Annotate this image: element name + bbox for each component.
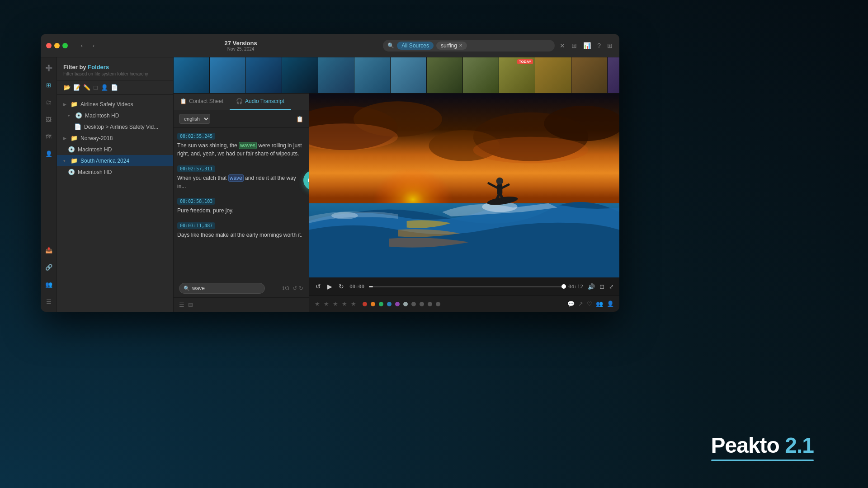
filmstrip-thumb-1[interactable] xyxy=(174,57,210,94)
sidebar-icon-grid[interactable]: ⊞ xyxy=(44,80,54,90)
panel-icon-list[interactable]: ☰ xyxy=(179,301,184,308)
sidebar-icon-user[interactable]: 👤 xyxy=(44,149,54,159)
comment-icon[interactable]: 💬 xyxy=(567,300,575,307)
highlight-waves: waves xyxy=(239,142,257,149)
filmstrip-thumb-8[interactable] xyxy=(427,57,463,94)
close-search-icon[interactable]: ✕ xyxy=(558,41,566,51)
color-dot-green[interactable] xyxy=(379,302,383,306)
color-dot-dark4[interactable] xyxy=(436,302,440,306)
video-scene-svg xyxy=(309,94,619,277)
color-dot-purple[interactable] xyxy=(395,302,400,306)
people-tag-icon[interactable]: 👥 xyxy=(596,300,603,307)
search-footer-icon: 🔍 xyxy=(184,286,190,291)
keyword-tag[interactable]: surfing ✕ xyxy=(436,42,467,50)
sidebar-icon-stack[interactable]: 🗂 xyxy=(44,97,54,107)
video-area[interactable] xyxy=(309,94,619,277)
share-icon[interactable]: ↗ xyxy=(578,300,583,307)
language-select[interactable]: english xyxy=(179,114,210,124)
panel-icon-grid[interactable]: ⊟ xyxy=(188,301,193,308)
volume-icon[interactable]: 🔊 xyxy=(588,283,595,290)
fast-forward-button[interactable]: ↻ xyxy=(338,282,345,291)
star-4[interactable]: ★ xyxy=(342,300,347,307)
color-dot-gray[interactable] xyxy=(403,302,408,306)
sidebar-icon-menu[interactable]: ☰ xyxy=(44,296,54,306)
tree-item-desktop[interactable]: 📄 Desktop > Airlines Safety Vid... xyxy=(57,121,173,132)
filmstrip-thumb-2[interactable] xyxy=(210,57,246,94)
filmstrip-thumb-12[interactable] xyxy=(571,57,608,94)
tree-icon-airlines: 📁 xyxy=(71,101,78,108)
copy-icon[interactable]: 📋 xyxy=(296,116,303,122)
keyword-tag-close[interactable]: ✕ xyxy=(459,43,462,48)
filmstrip-thumb-7[interactable] xyxy=(391,57,427,94)
face-tag-icon[interactable]: 👤 xyxy=(607,300,614,307)
sidebar-icon-link[interactable]: 🔗 xyxy=(44,262,54,272)
forward-button[interactable]: › xyxy=(89,41,99,51)
filmstrip-thumb-11[interactable] xyxy=(535,57,571,94)
progress-bar[interactable] xyxy=(369,286,564,287)
tree-icon-norway: 📁 xyxy=(71,135,78,141)
star-3[interactable]: ★ xyxy=(333,300,338,307)
search-input[interactable] xyxy=(470,42,506,49)
minimize-button[interactable] xyxy=(54,43,60,48)
color-dot-red[interactable] xyxy=(363,302,367,306)
tab-contact-sheet[interactable]: 📋 Contact Sheet xyxy=(174,94,230,110)
filmstrip-thumb-10[interactable]: TODAY xyxy=(499,57,535,94)
tree-item-norway[interactable]: ▶ 📁 Norway-2018 xyxy=(57,132,173,144)
sidebar-icon-people[interactable]: 👥 xyxy=(44,279,54,289)
filmstrip-thumb-3[interactable] xyxy=(246,57,282,94)
filmstrip[interactable]: TODAY xyxy=(174,57,619,94)
chart-icon[interactable]: 📊 xyxy=(582,41,592,51)
fullscreen-icon[interactable]: ⤢ xyxy=(609,283,614,290)
star-1[interactable]: ★ xyxy=(315,300,320,307)
tree-label-desktop: Desktop > Airlines Safety Vid... xyxy=(84,124,158,130)
browser-icon-user[interactable]: 👤 xyxy=(101,84,108,91)
filmstrip-thumb-4[interactable] xyxy=(282,57,318,94)
settings-icon[interactable]: ⊞ xyxy=(606,41,614,51)
transcript-entry-1: 00:02:55,245 The sun was shining, the wa… xyxy=(177,131,305,158)
heart-icon[interactable]: ♡ xyxy=(587,300,592,307)
tree-item-airlines[interactable]: ▶ 📁 Airlines Safety Videos xyxy=(57,99,173,110)
browser-icon-page[interactable]: 📄 xyxy=(111,84,118,91)
filmstrip-thumb-9[interactable] xyxy=(463,57,499,94)
sidebar-icon-export[interactable]: 📤 xyxy=(44,245,54,255)
search-prev-icon[interactable]: ↺ xyxy=(292,285,297,291)
search-next-icon[interactable]: ↻ xyxy=(299,285,303,291)
tree-item-mac2[interactable]: 💿 Macintosh HD xyxy=(57,144,173,155)
color-dot-dark3[interactable] xyxy=(428,302,432,306)
color-dot-orange[interactable] xyxy=(371,302,375,306)
sidebar-icon-add[interactable]: ➕ xyxy=(44,63,54,73)
play-button[interactable]: ▶ xyxy=(326,282,333,291)
maximize-button[interactable] xyxy=(62,43,68,48)
bar-1 xyxy=(308,178,309,182)
tree-item-mac3[interactable]: 💿 Macintosh HD xyxy=(57,166,173,178)
star-5[interactable]: ★ xyxy=(351,300,356,307)
transcript-entry-3: 00:02:58,103 Pure freedom, pure joy. xyxy=(177,197,305,215)
tree-item-mac1[interactable]: ▾ 💿 Macintosh HD xyxy=(57,110,173,121)
color-dot-dark2[interactable] xyxy=(420,302,424,306)
close-button[interactable] xyxy=(46,43,52,48)
rewind-button[interactable]: ↺ xyxy=(315,282,322,291)
filter-icon[interactable]: ⊞ xyxy=(570,41,578,51)
star-2[interactable]: ★ xyxy=(324,300,329,307)
highlight-wave: wave xyxy=(228,174,244,182)
filmstrip-thumb-6[interactable] xyxy=(354,57,391,94)
back-button[interactable]: ‹ xyxy=(77,41,87,51)
tree-item-south-america[interactable]: ▾ 📁 South America 2024 xyxy=(57,155,173,166)
color-dot-blue[interactable] xyxy=(387,302,392,306)
help-icon[interactable]: ? xyxy=(596,41,602,51)
pip-icon[interactable]: ⊡ xyxy=(599,283,604,290)
app-title: 27 Versions xyxy=(102,40,379,47)
browser-icon-doc[interactable]: 📝 xyxy=(73,84,80,91)
browser-icon-edit[interactable]: ✏️ xyxy=(83,84,90,91)
transcript-search-input[interactable] xyxy=(179,283,265,294)
browser-icon-box[interactable]: ◻ xyxy=(93,84,98,91)
browser-icon-folder[interactable]: 📂 xyxy=(63,84,71,91)
filmstrip-thumb-5[interactable] xyxy=(318,57,354,94)
filmstrip-thumb-13[interactable] xyxy=(608,57,619,94)
source-tag[interactable]: All Sources xyxy=(397,42,434,50)
content-area: TODAY 📋 Contact Sheet xyxy=(174,57,619,312)
sidebar-icon-image[interactable]: 🖼 xyxy=(44,114,54,124)
tab-audio-transcript[interactable]: 🎧 Audio Transcript xyxy=(230,94,291,110)
sidebar-icon-map[interactable]: 🗺 xyxy=(44,131,54,141)
color-dot-dark1[interactable] xyxy=(411,302,416,306)
